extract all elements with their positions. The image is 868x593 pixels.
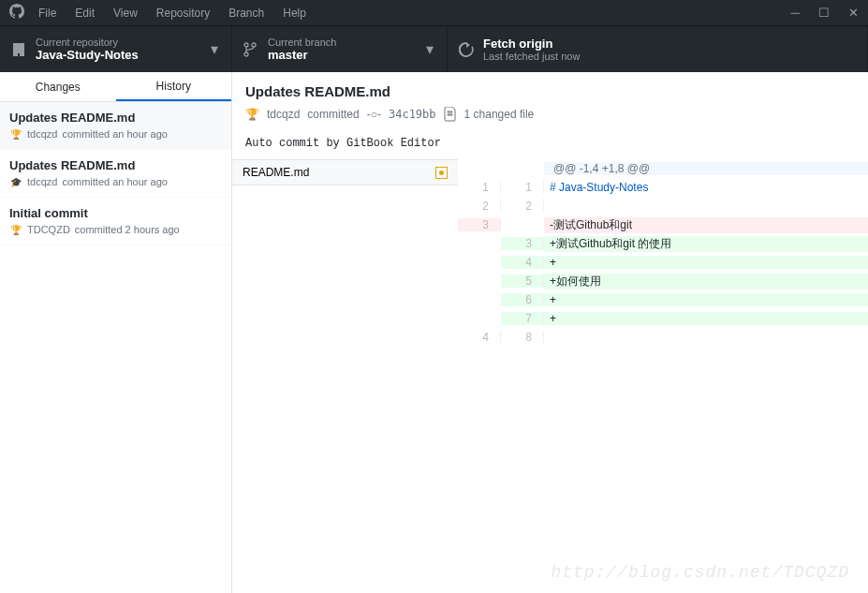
commit-time: committed 2 hours ago bbox=[75, 224, 180, 235]
diff-icon bbox=[444, 107, 457, 122]
diff-line: 48 bbox=[458, 328, 868, 347]
diff-line: 3+测试Github和git 的使用 bbox=[458, 234, 868, 253]
repo-selector[interactable]: Current repository Java-Study-Notes ▾ bbox=[0, 26, 232, 72]
commit-header: Updates README.md 🏆 tdcqzd committed -○-… bbox=[232, 72, 868, 127]
menu-file[interactable]: File bbox=[38, 7, 56, 20]
commit-item[interactable]: Initial commit 🏆 TDCQZD committed 2 hour… bbox=[0, 198, 231, 245]
diff-hunk: @@ -1,4 +1,8 @@ bbox=[458, 159, 868, 178]
tab-changes[interactable]: Changes bbox=[0, 72, 116, 101]
modified-icon bbox=[435, 167, 448, 179]
changed-files: 1 changed file bbox=[464, 108, 535, 121]
commit-author: tdcqzd bbox=[267, 108, 300, 121]
sha-icon: -○- bbox=[367, 108, 381, 121]
titlebar: File Edit View Repository Branch Help ─ … bbox=[0, 0, 868, 25]
commit-time: committed an hour ago bbox=[62, 176, 168, 187]
menu-view[interactable]: View bbox=[113, 7, 138, 20]
diff-line: 7+ bbox=[458, 309, 868, 328]
diff-line: 3-测试Github和git bbox=[458, 215, 868, 234]
commit-title: Updates README.md bbox=[9, 158, 222, 172]
watermark: http://blog.csdn.net/TDCQZD bbox=[551, 563, 849, 582]
commit-title: Updates README.md bbox=[9, 111, 222, 125]
menu-branch[interactable]: Branch bbox=[228, 7, 264, 20]
menu-help[interactable]: Help bbox=[283, 7, 306, 20]
file-row[interactable]: README.md bbox=[232, 159, 458, 185]
minimize-icon[interactable]: ─ bbox=[791, 6, 800, 20]
diff-line: 5+如何使用 bbox=[458, 272, 868, 290]
commit-time: committed an hour ago bbox=[62, 128, 168, 140]
github-logo-icon bbox=[9, 4, 24, 22]
commit-author: tdcqzd bbox=[27, 176, 57, 187]
commit-detail-title: Updates README.md bbox=[245, 83, 855, 99]
avatar-icon: 🏆 bbox=[9, 127, 22, 141]
menu-repository[interactable]: Repository bbox=[156, 7, 210, 20]
diff-line: 6+ bbox=[458, 290, 868, 309]
window-controls: ─ ☐ ✕ bbox=[791, 6, 859, 20]
menu-edit[interactable]: Edit bbox=[75, 7, 95, 20]
fetch-button[interactable]: Fetch origin Last fetched just now bbox=[448, 26, 868, 72]
commit-title: Initial commit bbox=[9, 206, 222, 220]
diff-line: 22 bbox=[458, 197, 868, 215]
sidebar: Changes History Updates README.md 🏆 tdcq… bbox=[0, 72, 232, 593]
sidebar-tabs: Changes History bbox=[0, 72, 231, 102]
commit-action: committed bbox=[307, 108, 359, 121]
chevron-down-icon: ▾ bbox=[211, 40, 218, 58]
main: Changes History Updates README.md 🏆 tdcq… bbox=[0, 72, 868, 593]
hunk-header: @@ -1,4 +1,8 @@ bbox=[544, 162, 868, 175]
chevron-down-icon: ▾ bbox=[426, 40, 434, 58]
avatar-icon: 🎓 bbox=[9, 175, 22, 188]
commit-message: Auto commit by GitBook Editor bbox=[232, 127, 868, 159]
avatar-icon: 🏆 bbox=[245, 108, 259, 121]
tab-history[interactable]: History bbox=[116, 72, 232, 101]
commit-author: TDCQZD bbox=[27, 224, 70, 235]
toolbar: Current repository Java-Study-Notes ▾ Cu… bbox=[0, 25, 868, 72]
commit-author: tdcqzd bbox=[27, 128, 57, 140]
repo-name: Java-Study-Notes bbox=[36, 48, 139, 62]
close-icon[interactable]: ✕ bbox=[848, 6, 859, 20]
diff-line: 11 # Java-Study-Notes bbox=[458, 178, 868, 197]
avatar-icon: 🏆 bbox=[9, 223, 22, 236]
branch-selector[interactable]: Current branch master ▾ bbox=[232, 26, 448, 72]
commit-item[interactable]: Updates README.md 🏆 tdcqzd committed an … bbox=[0, 102, 231, 150]
commit-list: Updates README.md 🏆 tdcqzd committed an … bbox=[0, 102, 231, 245]
branch-name: master bbox=[268, 48, 336, 62]
diff-view: @@ -1,4 +1,8 @@ 11 # Java-Study-Notes223… bbox=[458, 159, 868, 347]
fetch-status: Last fetched just now bbox=[483, 51, 580, 62]
commit-sha: 34c19bb bbox=[389, 108, 436, 121]
content: Updates README.md 🏆 tdcqzd committed -○-… bbox=[232, 72, 868, 593]
fetch-label: Fetch origin bbox=[483, 37, 580, 51]
commit-item[interactable]: Updates README.md 🎓 tdcqzd committed an … bbox=[0, 150, 231, 198]
diff-line: 4+ bbox=[458, 253, 868, 272]
branch-label: Current branch bbox=[268, 37, 336, 48]
maximize-icon[interactable]: ☐ bbox=[818, 6, 830, 20]
file-name: README.md bbox=[243, 166, 309, 179]
repo-label: Current repository bbox=[36, 37, 139, 48]
